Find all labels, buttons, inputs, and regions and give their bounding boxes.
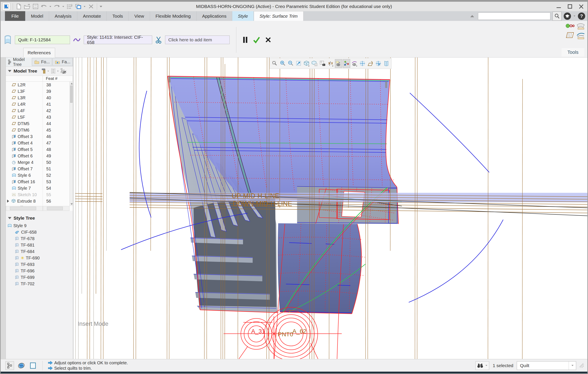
collapse-section-icon[interactable] [8,217,11,219]
model-tree-row[interactable]: DTM645 [6,127,70,133]
tree-tools-button[interactable] [41,68,50,74]
perspective-icon[interactable] [383,59,390,68]
style-tree-row[interactable]: TF-702 [6,280,73,287]
save-icon[interactable] [32,3,39,10]
model-tree-row[interactable]: Offset 1653 [6,179,70,185]
minimize-button[interactable] [556,4,562,9]
ok-icon[interactable] [253,36,261,44]
redo-icon[interactable] [53,3,60,10]
pause-icon[interactable] [243,36,248,44]
cancel-icon[interactable] [265,37,271,43]
find-dropdown-icon[interactable] [485,365,487,366]
feat-column-header[interactable]: Feat # [43,76,73,81]
regenerate-icon[interactable] [66,3,73,10]
tree-show-hide-button[interactable] [61,68,66,74]
annotation-display-icon[interactable] [335,59,342,68]
dragger-display-icon[interactable] [351,59,358,68]
help-icon[interactable]: ? [578,12,585,20]
refit-icon[interactable] [271,59,279,68]
style-tree-row[interactable]: TF-699 [6,274,73,280]
ribbon-tab-applications[interactable]: Applications [197,11,232,21]
ribbon-tab-style[interactable]: Style [232,11,254,21]
scroll-thumb[interactable] [70,85,73,103]
trimming-object-field[interactable]: Style: 11413: Intersect: CIF-658 [84,35,152,44]
model-tree-row[interactable]: Style 754 [6,185,70,192]
model-tree-row[interactable]: Fill 2 [6,204,70,206]
style-tree-row[interactable]: TF-693 [6,261,73,268]
tab-folder-browser[interactable]: Fo... [32,58,52,66]
reorient-icon[interactable] [367,59,374,68]
ribbon-tab-tools[interactable]: Tools [107,11,129,21]
model-tree-row[interactable]: Offset 548 [6,146,70,153]
model-tree-row[interactable]: L5F43 [6,114,70,120]
expand-icon[interactable] [7,200,9,203]
undo-icon[interactable] [41,3,47,10]
ribbon-tab-style-surface-trim[interactable]: Style: Surface Trim [254,11,304,21]
model-tree-row[interactable]: L3R40 [6,95,70,101]
selection-filter-dropdown[interactable]: Quilt [517,361,576,370]
model-tree-row[interactable]: L3F39 [6,88,70,95]
model-tree-row[interactable]: Extrude 856 [6,198,70,204]
grid-plane-icon[interactable] [566,32,574,39]
windows-icon[interactable] [75,3,81,10]
saved-orientations-icon[interactable] [311,59,318,68]
model-tree-row[interactable]: Merge 450 [6,159,70,166]
spin-center-icon[interactable] [343,59,350,68]
undo-dropdown-icon[interactable] [50,6,51,7]
find-button[interactable] [475,361,489,370]
model-tree-row[interactable]: DTM544 [6,120,70,127]
tab-model-tree[interactable]: Model Tree [6,57,32,66]
grid-snap-icon[interactable] [375,59,382,68]
style-tree-row[interactable]: TF-681 [6,242,73,248]
display-style-icon[interactable] [303,59,310,68]
close-button[interactable] [578,4,584,9]
style-tree-row[interactable]: TF-678 [6,235,73,242]
plane-display-icon[interactable] [359,59,366,68]
curve-measure-icon[interactable] [576,32,585,39]
ribbon-tab-file[interactable]: File [5,11,25,21]
model-tree-row[interactable]: Sketch 1055 [6,192,70,198]
style-tree-root-row[interactable]: Style 9 [6,222,73,229]
learning-dropdown-icon[interactable] [574,15,575,17]
collapse-ribbon-icon[interactable] [470,15,474,17]
view-manager-icon[interactable] [319,59,326,68]
model-tree-row[interactable]: Offset 649 [6,153,70,159]
model-tree-row[interactable]: Offset 751 [6,166,70,172]
scroll-up-icon[interactable] [71,83,73,85]
tree-filters-button[interactable] [51,68,59,74]
search-button[interactable] [553,12,562,21]
ribbon-tab-model[interactable]: Model [25,11,49,21]
graphics-viewport[interactable]: Insert Mode [74,57,587,359]
surface-measure-icon[interactable] [576,23,585,30]
model-tree-row[interactable]: L4F42 [6,107,70,114]
model-tree-row[interactable]: Offset 447 [6,140,70,146]
style-tree-row[interactable]: ✳TF-690 [6,255,73,261]
customize-qat-icon[interactable] [100,6,102,7]
clipboard-button[interactable] [29,361,37,370]
ribbon-tab-annotate[interactable]: Annotate [77,11,107,21]
model-tree-vscrollbar[interactable] [70,82,73,206]
redo-dropdown-icon[interactable] [63,6,64,7]
collapse-section-icon[interactable] [8,70,11,72]
new-file-icon[interactable] [15,3,22,10]
add-item-field[interactable]: Click here to add item [165,35,230,44]
references-panel-tab[interactable]: References [23,48,55,57]
join-points-icon[interactable] [565,23,574,29]
app-icon[interactable] [2,3,10,10]
cad-model-canvas[interactable]: UP-MID-H-LINE DOWN-MID-H-LINE A_31 PNT0 … [74,57,587,359]
model-tree-row[interactable]: L4R41 [6,101,70,107]
learning-connector-icon[interactable] [564,12,571,20]
command-search-input[interactable] [478,12,550,20]
maximize-button[interactable] [567,4,573,9]
style-tree-row[interactable]: TF-696 [6,268,73,274]
model-tree-row[interactable]: Style 652 [6,172,70,179]
model-tree-row[interactable]: L2R38 [6,82,70,88]
datum-display-icon[interactable] [327,59,334,68]
windows-dropdown-icon[interactable] [84,6,85,7]
style-tree-row[interactable]: TF-684 [6,248,73,255]
trimmed-quilt-field[interactable]: Quilt: F-1-12584 [15,35,70,44]
repaint-icon[interactable] [295,59,302,68]
zoom-out-icon[interactable] [287,59,294,68]
style-tree-row[interactable]: CIF-658 [6,229,73,235]
scroll-down-icon[interactable] [71,203,73,205]
